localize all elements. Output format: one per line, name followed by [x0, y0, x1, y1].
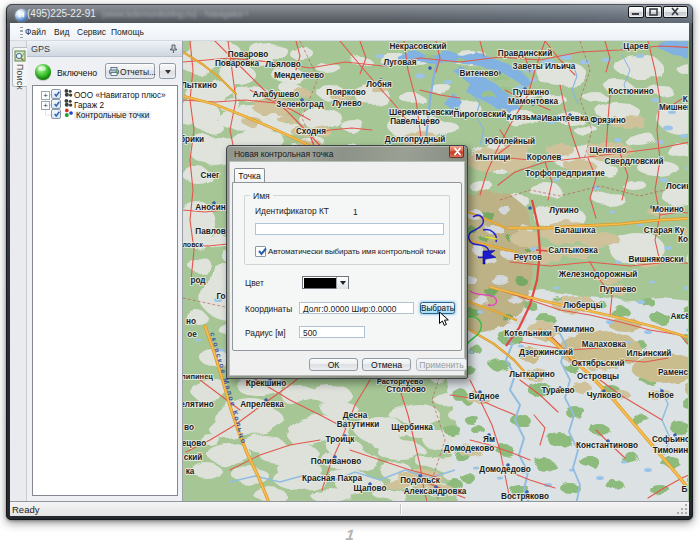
svg-text:Чулково: Чулково	[587, 391, 621, 400]
svg-text:Александровка: Александровка	[404, 487, 467, 496]
svg-text:липинец: липинец	[183, 372, 213, 381]
svg-text:Костюнино: Костюнино	[608, 87, 653, 96]
svg-text:брики: брики	[183, 134, 204, 144]
svg-text:Карм: Карм	[683, 95, 688, 104]
svg-text:Снег: Снег	[201, 171, 220, 180]
svg-text:Видное: Видное	[469, 392, 500, 401]
svg-text:Мамонтовка: Мамонтовка	[508, 97, 558, 106]
svg-text:Сходня: Сходня	[296, 127, 326, 136]
svg-text:Аксё: Аксё	[670, 312, 688, 321]
svg-text:Мишнево: Мишнево	[659, 103, 688, 112]
svg-text:Лобня: Лобня	[366, 79, 392, 89]
svg-text:ое: ое	[187, 330, 197, 339]
svg-text:Царев: Царев	[623, 42, 648, 51]
svg-text:Тураево: Тураево	[541, 386, 574, 395]
svg-text:Мытищи: Мытищи	[476, 153, 511, 162]
svg-text:Свердловский: Свердловский	[604, 157, 663, 166]
svg-text:Клязьма: Клязьма	[507, 113, 542, 122]
svg-text:Ям: Ям	[483, 435, 495, 444]
svg-text:род: род	[190, 276, 206, 285]
svg-text:Ивантеевка: Ивантеевка	[541, 114, 589, 123]
svg-text:Раменс: Раменс	[658, 368, 688, 377]
svg-text:Торфопредприятие: Торфопредприятие	[525, 169, 605, 178]
svg-text:Долгопрудный: Долгопрудный	[385, 135, 446, 144]
svg-text:Фрязино: Фрязино	[590, 116, 626, 125]
svg-text:Котельники: Котельники	[504, 329, 552, 338]
svg-text:Домодеково: Домодеково	[444, 444, 494, 453]
svg-text:Льялово: Льялово	[265, 60, 301, 69]
svg-text:Щелково: Щелково	[589, 146, 626, 155]
svg-text:во: во	[184, 423, 194, 432]
svg-text:Зеленоград: Зеленоград	[276, 100, 324, 109]
svg-text:Луговая: Луговая	[384, 58, 417, 67]
svg-text:Новое: Новое	[648, 391, 674, 400]
svg-text:Щербинка: Щербинка	[391, 422, 433, 432]
svg-text:Домодедово: Домодедово	[479, 465, 531, 474]
svg-text:Салтыковка: Салтыковка	[548, 246, 598, 255]
svg-text:Софьино: Софьино	[652, 435, 688, 444]
svg-text:ский: ский	[184, 453, 203, 462]
svg-text:Павельцево: Павельцево	[390, 117, 440, 126]
svg-text:Лунево: Лунево	[332, 99, 362, 108]
svg-text:Дзержинский: Дзержинский	[519, 348, 573, 357]
svg-text:Правдинский: Правдинский	[498, 49, 552, 58]
svg-text:Королев: Королев	[527, 153, 561, 162]
svg-text:Востряково: Востряково	[501, 492, 549, 501]
svg-text:ецово: ецово	[183, 439, 206, 448]
svg-text:Павловск: Павловск	[183, 241, 203, 248]
svg-text:елятино: елятино	[183, 400, 214, 409]
svg-text:Бр: Бр	[682, 485, 688, 494]
svg-text:Малаховка: Малаховка	[582, 340, 627, 349]
svg-text:Подольск: Подольск	[400, 476, 441, 485]
svg-text:Люберцы: Люберцы	[563, 300, 602, 310]
svg-text:Юбилейный: Юбилейный	[485, 136, 535, 146]
svg-text:Апрелевка: Апрелевка	[240, 400, 284, 409]
svg-text:Крекшино: Крекшино	[246, 379, 286, 388]
svg-text:Ватутинки: Ватутинки	[337, 420, 379, 429]
svg-text:ка: ка	[186, 467, 195, 476]
svg-text:Щапово: Щапово	[354, 484, 387, 493]
svg-text:Го: Го	[216, 292, 225, 301]
svg-text:Пироговский: Пироговский	[454, 110, 507, 119]
svg-text:Алабушево: Алабушево	[253, 89, 299, 99]
svg-text:Поваровка: Поваровка	[215, 59, 259, 68]
svg-text:Лыткино: Лыткино	[183, 81, 217, 90]
svg-text:Заветы Ильича: Заветы Ильича	[513, 62, 576, 71]
svg-text:Константиново: Константиново	[576, 441, 638, 450]
svg-text:Поливаново: Поливаново	[311, 457, 361, 466]
svg-text:Балашиха: Балашиха	[554, 226, 596, 235]
svg-text:Пуршево: Пуршево	[600, 285, 637, 294]
svg-text:Шереметьевский: Шереметьевский	[389, 108, 459, 117]
svg-text:Менделеево: Менделеево	[274, 71, 324, 80]
svg-text:Островцы: Островцы	[577, 372, 619, 381]
svg-text:Лукино: Лукино	[549, 206, 578, 215]
svg-text:Лосино: Лосино	[666, 182, 688, 191]
svg-text:Поярково: Поярково	[326, 88, 365, 97]
svg-text:Ильинский: Ильинский	[627, 349, 672, 358]
svg-text:Октябрьский: Октябрьский	[571, 358, 624, 368]
svg-text:Красная Пахра: Красная Пахра	[302, 474, 363, 483]
svg-text:Пушкино: Пушкино	[513, 88, 549, 97]
svg-text:Троицк: Троицк	[326, 435, 356, 444]
svg-text:Старая Ку: Старая Ку	[644, 226, 685, 235]
svg-text:Витенево: Витенево	[460, 69, 499, 78]
svg-text:Лыткарино: Лыткарино	[509, 370, 554, 379]
svg-text:Тимонино: Тимонино	[653, 446, 688, 455]
svg-text:но: но	[186, 317, 196, 326]
svg-text:Десна: Десна	[343, 411, 368, 420]
svg-text:Некрасовский: Некрасовский	[389, 42, 446, 51]
svg-text:Поварово: Поварово	[228, 50, 268, 59]
svg-text:Вишняковски: Вишняковски	[629, 255, 684, 264]
svg-text:Железнодорожный: Железнодорожный	[558, 270, 637, 279]
svg-text:Ко: Ко	[678, 235, 688, 244]
svg-text:Монино: Монино	[652, 205, 684, 214]
svg-text:Реутов: Реутов	[514, 253, 542, 262]
svg-text:Томилино: Томилино	[554, 325, 595, 334]
